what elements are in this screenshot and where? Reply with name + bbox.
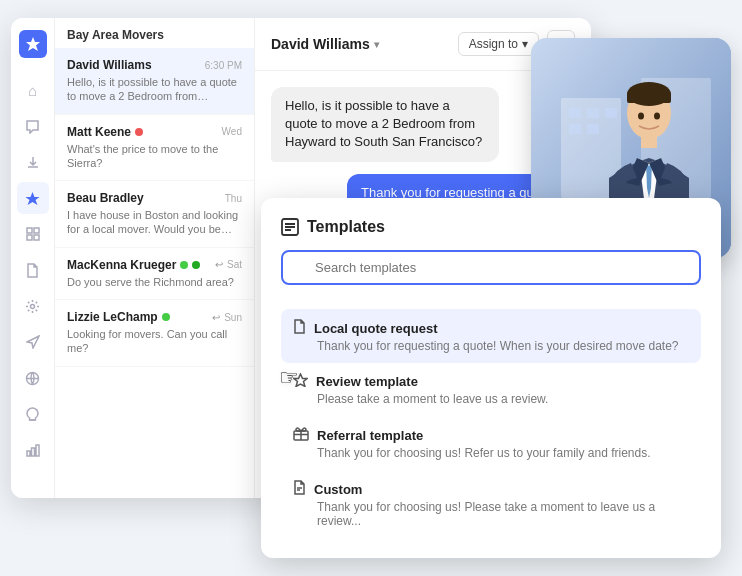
home-icon[interactable]: ⌂ — [17, 74, 49, 106]
conversation-item-mackenna[interactable]: MacKenna Krueger ↩ Sat Do you serve the … — [55, 248, 254, 300]
globe-icon[interactable] — [17, 362, 49, 394]
chat-contact-name[interactable]: David Williams ▾ — [271, 36, 379, 52]
sidebar-nav: ⌂ — [11, 18, 55, 498]
conv-name-matt: Matt Keene — [67, 125, 143, 139]
template-custom-icon — [293, 480, 306, 498]
conv-preview-matt: What's the price to move to the Sierra? — [67, 142, 242, 171]
chat-icon[interactable] — [17, 110, 49, 142]
conv-name-lizzie: Lizzie LeChamp — [67, 310, 170, 324]
reply-icon-mackenna: ↩ — [215, 259, 223, 270]
template-search-input[interactable] — [281, 250, 701, 285]
template-search-wrap — [281, 250, 701, 297]
conv-preview-mackenna: Do you serve the Richmond area? — [67, 275, 242, 289]
download-icon[interactable] — [17, 146, 49, 178]
conv-name-mackenna: MacKenna Krueger — [67, 258, 200, 272]
svg-rect-17 — [641, 133, 657, 148]
svg-rect-2 — [27, 235, 32, 240]
chevron-assign-icon: ▾ — [522, 37, 528, 51]
status-dot-mackenna — [180, 261, 188, 269]
template-item-local-quote[interactable]: Local quote request Thank you for reques… — [281, 309, 701, 363]
svg-rect-10 — [587, 108, 599, 118]
conv-time-lizzie: Sun — [224, 312, 242, 323]
template-preview-3: Thank you for choosing us! Please take a… — [293, 500, 689, 528]
chart-icon[interactable] — [17, 434, 49, 466]
templates-icon — [281, 218, 299, 236]
conversation-item-matt[interactable]: Matt Keene Wed What's the price to move … — [55, 115, 254, 182]
send-icon[interactable] — [17, 326, 49, 358]
document-icon[interactable] — [17, 254, 49, 286]
template-preview-1: Please take a moment to leave us a revie… — [293, 392, 689, 406]
template-preview-0: Thank you for requesting a quote! When i… — [293, 339, 689, 353]
app-title: Bay Area Movers — [55, 18, 254, 48]
star-icon[interactable] — [17, 182, 49, 214]
template-gift-icon — [293, 426, 309, 444]
template-preview-2: Thank you for choosing us! Refer us to y… — [293, 446, 689, 460]
conv-time-david: 6:30 PM — [205, 60, 242, 71]
svg-rect-3 — [34, 235, 39, 240]
conv-preview-beau: I have house in Boston and looking for a… — [67, 208, 242, 237]
assign-button[interactable]: Assign to ▾ — [458, 32, 539, 56]
svg-rect-0 — [27, 228, 32, 233]
conversation-item-david[interactable]: David Williams 6:30 PM Hello, is it poss… — [55, 48, 254, 115]
conversation-list: Bay Area Movers David Williams 6:30 PM H… — [55, 18, 255, 498]
template-item-review[interactable]: Review template Please take a moment to … — [281, 363, 701, 416]
template-item-custom[interactable]: Custom Thank you for choosing us! Please… — [281, 470, 701, 538]
svg-point-18 — [638, 113, 644, 120]
templates-title: Templates — [281, 218, 701, 236]
app-logo[interactable] — [19, 30, 47, 58]
conv-time-mackenna: Sat — [227, 259, 242, 270]
templates-panel: Templates Local quote request T — [261, 198, 721, 558]
status-dot-mackenna2 — [192, 261, 200, 269]
svg-rect-1 — [34, 228, 39, 233]
svg-rect-13 — [587, 124, 599, 134]
svg-rect-11 — [605, 108, 617, 118]
conv-preview-david: Hello, is it possible to have a quote to… — [67, 75, 242, 104]
svg-rect-12 — [569, 124, 581, 134]
grid-icon[interactable] — [17, 218, 49, 250]
svg-rect-16 — [627, 93, 671, 103]
status-dot-lizzie — [162, 313, 170, 321]
conversation-item-lizzie[interactable]: Lizzie LeChamp ↩ Sun Looking for movers.… — [55, 300, 254, 367]
chevron-down-icon: ▾ — [374, 39, 379, 50]
template-item-referral[interactable]: Referral template Thank you for choosing… — [281, 416, 701, 470]
reply-icon-lizzie: ↩ — [212, 312, 220, 323]
bulb-icon[interactable] — [17, 398, 49, 430]
status-dot-matt — [135, 128, 143, 136]
cursor-hand-icon: ☞ — [279, 365, 299, 391]
conv-time-matt: Wed — [222, 126, 242, 137]
message-incoming-1: Hello, is it possible to have a quote to… — [271, 87, 499, 162]
svg-rect-9 — [569, 108, 581, 118]
template-doc-icon — [293, 319, 306, 337]
svg-point-4 — [31, 304, 35, 308]
conv-name-david: David Williams — [67, 58, 152, 72]
svg-point-19 — [654, 113, 660, 120]
conv-name-beau: Beau Bradley — [67, 191, 144, 205]
conv-preview-lizzie: Looking for movers. Can you call me? — [67, 327, 242, 356]
conv-time-beau: Thu — [225, 193, 242, 204]
conversation-item-beau[interactable]: Beau Bradley Thu I have house in Boston … — [55, 181, 254, 248]
settings-icon[interactable] — [17, 290, 49, 322]
